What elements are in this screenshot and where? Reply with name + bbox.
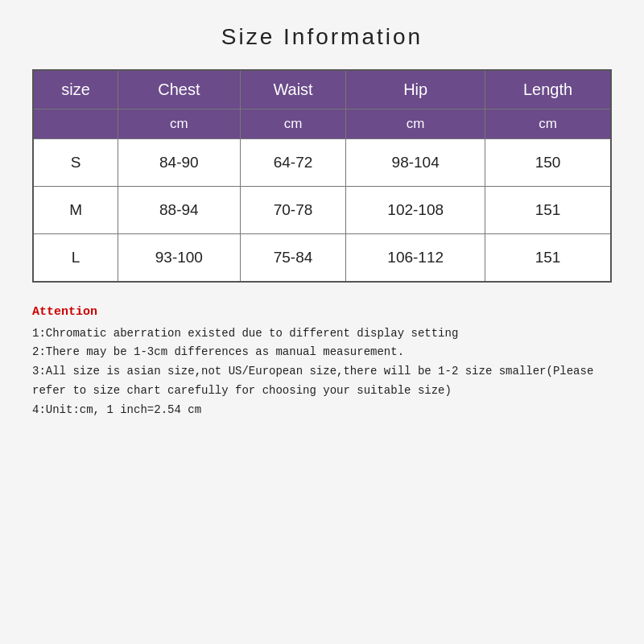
size-m-length: 151: [485, 187, 611, 234]
chest-unit-cell: cm: [118, 109, 241, 139]
table-unit-row: cm cm cm cm: [33, 109, 611, 139]
attention-line-2: 2:There may be 1-3cm differences as manu…: [32, 343, 612, 362]
table-header-row: size Chest Waist Hip Length: [33, 70, 611, 109]
attention-line-4: 4:Unit:cm, 1 inch=2.54 cm: [32, 401, 612, 420]
hip-unit-cell: cm: [346, 109, 485, 139]
table-row: L 93-100 75-84 106-112 151: [33, 234, 611, 283]
size-s-length: 150: [485, 139, 611, 187]
attention-line-1: 1:Chromatic aberration existed due to di…: [32, 324, 612, 344]
page-title: Size Information: [221, 24, 423, 50]
size-m-chest: 88-94: [118, 187, 241, 234]
size-s-label: S: [33, 139, 118, 187]
table-row: S 84-90 64-72 98-104 150: [33, 139, 611, 187]
size-l-length: 151: [485, 234, 611, 283]
size-l-hip: 106-112: [346, 234, 485, 283]
hip-header-cell: Hip: [346, 70, 485, 109]
size-table: size Chest Waist Hip Length cm cm cm cm …: [32, 69, 612, 283]
size-s-chest: 84-90: [118, 139, 241, 187]
size-unit-cell: [33, 109, 118, 139]
table-row: M 88-94 70-78 102-108 151: [33, 187, 611, 234]
attention-section: Attention 1:Chromatic aberration existed…: [32, 302, 612, 419]
length-unit-cell: cm: [485, 109, 611, 139]
chest-header-cell: Chest: [118, 70, 241, 109]
size-s-waist: 64-72: [240, 139, 346, 187]
size-m-hip: 102-108: [346, 187, 485, 234]
attention-title: Attention: [32, 302, 612, 323]
waist-header-cell: Waist: [240, 70, 346, 109]
size-l-waist: 75-84: [240, 234, 346, 283]
waist-unit-cell: cm: [240, 109, 346, 139]
size-l-chest: 93-100: [118, 234, 241, 283]
size-header-cell: size: [33, 70, 118, 109]
size-m-waist: 70-78: [240, 187, 346, 234]
length-header-cell: Length: [485, 70, 611, 109]
size-s-hip: 98-104: [346, 139, 485, 187]
attention-line-3: 3:All size is asian size,not US/European…: [32, 362, 612, 401]
size-l-label: L: [33, 234, 118, 283]
size-m-label: M: [33, 187, 118, 234]
